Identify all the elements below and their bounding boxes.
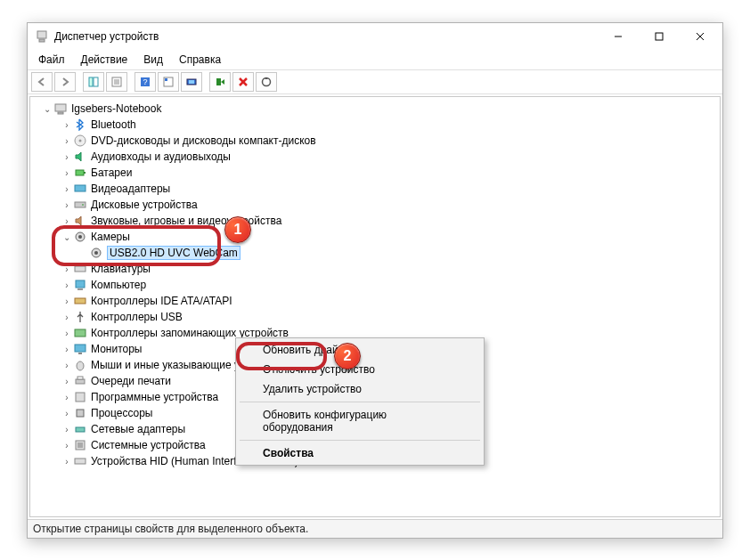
usb-icon xyxy=(73,310,87,324)
chevron-right-icon[interactable]: › xyxy=(61,296,73,306)
update-driver-button[interactable] xyxy=(256,72,277,92)
chevron-right-icon[interactable]: › xyxy=(61,345,73,354)
minimize-button[interactable] xyxy=(598,23,639,50)
category-view-button[interactable] xyxy=(158,72,179,92)
svg-rect-15 xyxy=(165,78,167,81)
svg-rect-29 xyxy=(75,202,86,207)
tree-item-webcam[interactable]: USB2.0 HD UVC WebCam xyxy=(30,245,720,261)
battery-icon xyxy=(73,166,87,180)
menu-action[interactable]: Действие xyxy=(74,52,135,68)
keyboard-icon xyxy=(73,262,87,276)
show-hide-console-tree-button[interactable] xyxy=(83,72,104,92)
context-menu-update-driver[interactable]: Обновить драйвер xyxy=(238,340,482,360)
scan-hardware-button[interactable] xyxy=(181,72,202,92)
tree-item-audio-io[interactable]: › Аудиовходы и аудиовыходы xyxy=(30,149,720,165)
tree-item-keyboards[interactable]: › Клавиатуры xyxy=(30,261,720,277)
printer-icon xyxy=(73,374,87,388)
chevron-down-icon[interactable]: ⌄ xyxy=(41,104,53,114)
titlebar: Диспетчер устройств xyxy=(28,23,722,50)
svg-rect-41 xyxy=(78,353,82,354)
tree-root[interactable]: ⌄ Igsebers-Notebook xyxy=(30,101,720,117)
close-button[interactable] xyxy=(680,23,721,50)
back-button[interactable] xyxy=(31,72,53,92)
menubar: Файл Действие Вид Справка xyxy=(28,50,722,69)
chevron-right-icon[interactable]: › xyxy=(61,329,73,338)
tree-item-display-adapters[interactable]: › Видеоадаптеры xyxy=(30,181,720,197)
cpu-icon xyxy=(73,406,87,420)
audio-icon xyxy=(73,150,87,164)
software-device-icon xyxy=(73,390,87,404)
device-tree[interactable]: ⌄ Igsebers-Notebook › Bluetooth › DVD-ди… xyxy=(29,96,721,517)
chevron-right-icon[interactable]: › xyxy=(61,312,73,322)
chevron-right-icon[interactable]: › xyxy=(61,409,73,418)
tree-item-bluetooth[interactable]: › Bluetooth xyxy=(30,117,720,133)
svg-rect-23 xyxy=(58,112,63,114)
svg-rect-18 xyxy=(216,78,221,85)
chevron-right-icon[interactable]: › xyxy=(61,184,73,194)
tree-item-disk-drives[interactable]: › Дисковые устройства xyxy=(30,197,720,213)
computer-icon xyxy=(53,101,68,116)
camera-icon xyxy=(73,230,87,244)
status-text: Открытие страницы свойств для выделенног… xyxy=(33,523,308,535)
chevron-right-icon[interactable]: › xyxy=(61,425,73,434)
menu-help[interactable]: Справка xyxy=(172,52,228,68)
chevron-right-icon[interactable]: › xyxy=(61,393,73,402)
help-button[interactable]: ? xyxy=(135,72,156,92)
chevron-right-icon[interactable]: › xyxy=(61,120,73,130)
svg-rect-44 xyxy=(77,377,83,379)
context-menu-properties[interactable]: Свойства xyxy=(238,443,482,463)
chevron-right-icon[interactable]: › xyxy=(61,361,73,370)
context-menu: Обновить драйвер Отключить устройство Уд… xyxy=(235,337,485,466)
chevron-right-icon[interactable]: › xyxy=(61,280,73,290)
menu-file[interactable]: Файл xyxy=(31,52,72,68)
tree-item-usb[interactable]: › Контроллеры USB xyxy=(30,309,720,325)
enable-device-button[interactable] xyxy=(209,72,231,92)
chevron-right-icon[interactable]: › xyxy=(61,441,73,450)
tree-item-dvd[interactable]: › DVD-дисководы и дисководы компакт-диск… xyxy=(30,133,720,149)
tree-item-ide[interactable]: › Контроллеры IDE ATA/ATAPI xyxy=(30,293,720,309)
disc-icon xyxy=(73,134,87,148)
svg-rect-22 xyxy=(55,104,66,111)
menu-view[interactable]: Вид xyxy=(136,52,170,68)
chevron-right-icon[interactable]: › xyxy=(61,152,73,162)
svg-rect-1 xyxy=(39,39,45,42)
svg-rect-45 xyxy=(76,393,85,402)
svg-rect-47 xyxy=(76,427,85,432)
svg-rect-46 xyxy=(77,410,84,417)
tree-root-label: Igsebers-Notebook xyxy=(71,102,161,115)
chevron-right-icon[interactable]: › xyxy=(61,168,73,178)
forward-button[interactable] xyxy=(54,72,76,92)
system-device-icon xyxy=(73,438,87,452)
svg-rect-3 xyxy=(656,33,663,40)
svg-rect-28 xyxy=(75,185,86,191)
pc-icon xyxy=(73,278,87,292)
svg-point-30 xyxy=(82,204,84,206)
svg-rect-37 xyxy=(77,288,83,290)
window-title: Диспетчер устройств xyxy=(54,30,598,43)
chevron-right-icon[interactable]: › xyxy=(61,377,73,386)
svg-point-25 xyxy=(79,140,82,142)
properties-button[interactable] xyxy=(106,72,127,92)
app-icon xyxy=(35,29,49,44)
uninstall-device-button[interactable] xyxy=(232,72,254,92)
context-menu-scan-hardware[interactable]: Обновить конфигурацию оборудования xyxy=(238,405,482,437)
svg-rect-35 xyxy=(75,266,86,272)
context-menu-disable-device[interactable]: Отключить устройство xyxy=(238,360,482,379)
tree-item-computer[interactable]: › Компьютер xyxy=(30,277,720,293)
tree-item-cameras[interactable]: ⌄ Камеры xyxy=(30,229,720,245)
context-menu-uninstall-device[interactable]: Удалить устройство xyxy=(238,379,482,399)
svg-rect-43 xyxy=(76,379,85,384)
maximize-button[interactable] xyxy=(639,23,680,50)
chevron-right-icon[interactable]: › xyxy=(61,457,73,467)
svg-text:?: ? xyxy=(143,77,147,86)
chevron-right-icon[interactable]: › xyxy=(61,264,73,274)
svg-rect-40 xyxy=(75,345,86,352)
chevron-right-icon[interactable]: › xyxy=(61,216,73,226)
statusbar: Открытие страницы свойств для выделенног… xyxy=(28,519,722,538)
chevron-right-icon[interactable]: › xyxy=(61,200,73,210)
chevron-right-icon[interactable]: › xyxy=(61,136,73,146)
chevron-down-icon[interactable]: ⌄ xyxy=(61,232,73,242)
hid-icon xyxy=(73,454,87,468)
tree-item-sound-video-game[interactable]: › Звуковые, игровые и видеоустройства xyxy=(30,213,720,229)
tree-item-batteries[interactable]: › Батареи xyxy=(30,165,720,181)
